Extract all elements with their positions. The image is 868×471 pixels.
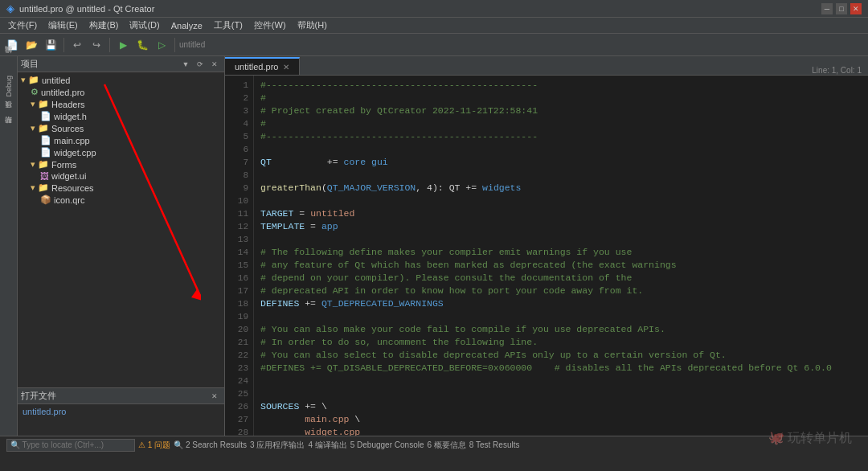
editor-info: Line: 1, Col: 1 (805, 66, 868, 75)
new-file-button[interactable]: 📄 (3, 36, 21, 54)
project-name-label: untitled (179, 40, 205, 49)
code-line-5: #---------------------------------------… (260, 130, 862, 143)
openfiles-close-button[interactable]: ✕ (208, 390, 221, 403)
tree-item-Sources[interactable]: ▾📁Sources (18, 122, 224, 134)
tree-item-untitled-pro[interactable]: ⚙untitled.pro (18, 86, 224, 98)
editor-tab-untitled-pro[interactable]: untitled.pro ✕ (225, 57, 300, 75)
build-button[interactable]: ▶ (114, 36, 132, 54)
openfiles-list: untitled.pro (18, 404, 224, 419)
line-num-3: 3 (225, 104, 253, 117)
project-header-icons: ▼ ⟳ ✕ (179, 58, 221, 71)
code-line-11: TARGET = untitled (260, 207, 862, 220)
debugger-console-tab[interactable]: 5 Debugger Console (350, 440, 424, 449)
general-info-tab[interactable]: 6 概要信息 (427, 440, 465, 451)
menu-tools[interactable]: 工具(T) (209, 18, 248, 33)
code-line-4: # (260, 117, 862, 130)
tree-item-label: Sources (51, 124, 84, 133)
tree-item-Resources[interactable]: ▾📁Resources (18, 182, 224, 194)
line-num-1: 1 (225, 79, 253, 92)
line-num-28: 28 (225, 426, 253, 436)
line-num-25: 25 (225, 387, 253, 400)
left-icon-bar: 编辑 Debug 项目 帮助 (0, 56, 18, 436)
line-num-17: 17 (225, 285, 253, 297)
code-line-17: # deprecated API in order to know how to… (260, 285, 862, 297)
line-num-15: 15 (225, 259, 253, 272)
maximize-button[interactable]: □ (836, 3, 847, 14)
line-num-8: 8 (225, 169, 253, 182)
menu-debug[interactable]: 调试(D) (125, 18, 164, 33)
close-panel-button[interactable]: ✕ (208, 58, 221, 71)
openfile-item[interactable]: untitled.pro (21, 406, 221, 417)
pro-file-icon: ⚙ (31, 87, 39, 97)
tree-item-Forms[interactable]: ▾📁Forms (18, 158, 224, 170)
openfiles-panel-title: 打开文件 (21, 390, 56, 402)
menu-controls[interactable]: 控件(W) (249, 18, 291, 33)
tree-item-widget-cpp[interactable]: 📄widget.cpp (18, 146, 224, 158)
main-area: 编辑 Debug 项目 帮助 项目 ▼ ⟳ ✕ ▾📁untitled⚙untit… (0, 56, 868, 436)
filter-button[interactable]: ▼ (179, 58, 192, 71)
line-num-19: 19 (225, 310, 253, 323)
folder-expand-icon: ▾ (21, 75, 26, 85)
folder-icon: 📁 (38, 99, 49, 109)
openfiles-panel: 打开文件 ✕ untitled.pro (18, 387, 224, 436)
code-line-27: main.cpp \ (260, 413, 862, 426)
code-editor[interactable]: 1234567891011121314151617181920212223242… (225, 76, 868, 436)
debug-button[interactable]: 🐛 (133, 36, 151, 54)
tree-item-label: Headers (51, 100, 85, 109)
titlebar-left: ◈ untitled.pro @ untitled - Qt Creator (6, 2, 154, 14)
line-num-26: 26 (225, 400, 253, 413)
menu-build[interactable]: 构建(B) (84, 18, 124, 33)
undo-button[interactable]: ↩ (68, 36, 86, 54)
tab-close-icon[interactable]: ✕ (283, 63, 289, 72)
sidebar-debug-label[interactable]: Debug (5, 76, 13, 97)
search-results-tab[interactable]: 🔍 2 Search Results (174, 440, 247, 449)
compile-output-tab[interactable]: 4 编译输出 (308, 440, 346, 451)
open-button[interactable]: 📂 (23, 36, 40, 54)
tree-item-widget-h[interactable]: 📄widget.h (18, 110, 224, 122)
tree-item-widget-ui[interactable]: 🖼widget.ui (18, 170, 224, 182)
menu-analyze[interactable]: Analyze (166, 19, 207, 32)
project-panel: 项目 ▼ ⟳ ✕ ▾📁untitled⚙untitled.pro▾📁Header… (18, 56, 224, 387)
tree-item-label: Resources (51, 183, 94, 193)
folder-icon: 📁 (38, 182, 49, 193)
line-num-13: 13 (225, 233, 253, 246)
openfiles-header-icons: ✕ (208, 390, 221, 403)
project-tree: ▾📁untitled⚙untitled.pro▾📁Headers📄widget.… (18, 72, 224, 387)
tree-item-label: widget.cpp (54, 148, 96, 158)
line-num-14: 14 (225, 246, 253, 259)
folder-icon: 📁 (38, 123, 49, 133)
app-output-tab[interactable]: 3 应用程序输出 (250, 440, 305, 451)
redo-button[interactable]: ↪ (88, 36, 105, 54)
code-content[interactable]: #---------------------------------------… (254, 76, 868, 436)
menu-edit[interactable]: 编辑(E) (43, 18, 83, 33)
titlebar-controls[interactable]: ─ □ ✕ (821, 3, 862, 14)
problems-tab[interactable]: ⚠ 1 问题 (138, 440, 170, 451)
source-file-icon: 📄 (40, 147, 51, 158)
menu-file[interactable]: 文件(F) (3, 18, 42, 33)
test-results-tab[interactable]: 8 Test Results (469, 440, 520, 449)
line-num-11: 11 (225, 207, 253, 220)
line-num-20: 20 (225, 323, 253, 336)
tree-item-icon-qrc[interactable]: 📦icon.qrc (18, 194, 224, 206)
line-num-6: 6 (225, 143, 253, 156)
tree-item-Headers[interactable]: ▾📁Headers (18, 98, 224, 110)
tree-item-main-cpp[interactable]: 📄main.cpp (18, 134, 224, 146)
run-button[interactable]: ▷ (153, 36, 170, 54)
tree-item-label: icon.qrc (54, 195, 85, 205)
code-line-9: greaterThan(QT_MAJOR_VERSION, 4): QT += … (260, 182, 862, 195)
locate-input[interactable] (6, 439, 135, 452)
minimize-button[interactable]: ─ (821, 3, 833, 14)
tree-item-label: untitled (42, 76, 70, 85)
menu-help[interactable]: 帮助(H) (293, 18, 332, 33)
tree-item-label: widget.ui (51, 171, 86, 181)
tab-label: untitled.pro (235, 62, 278, 72)
close-button[interactable]: ✕ (850, 3, 862, 14)
sync-button[interactable]: ⟳ (194, 58, 207, 71)
tree-item-untitled[interactable]: ▾📁untitled (18, 74, 224, 86)
titlebar: ◈ untitled.pro @ untitled - Qt Creator ─… (0, 0, 868, 18)
save-button[interactable]: 💾 (42, 36, 59, 54)
code-line-13 (260, 233, 862, 246)
line-num-10: 10 (225, 195, 253, 207)
code-line-2: # (260, 92, 862, 104)
code-line-21: # In order to do so, uncomment the follo… (260, 336, 862, 349)
